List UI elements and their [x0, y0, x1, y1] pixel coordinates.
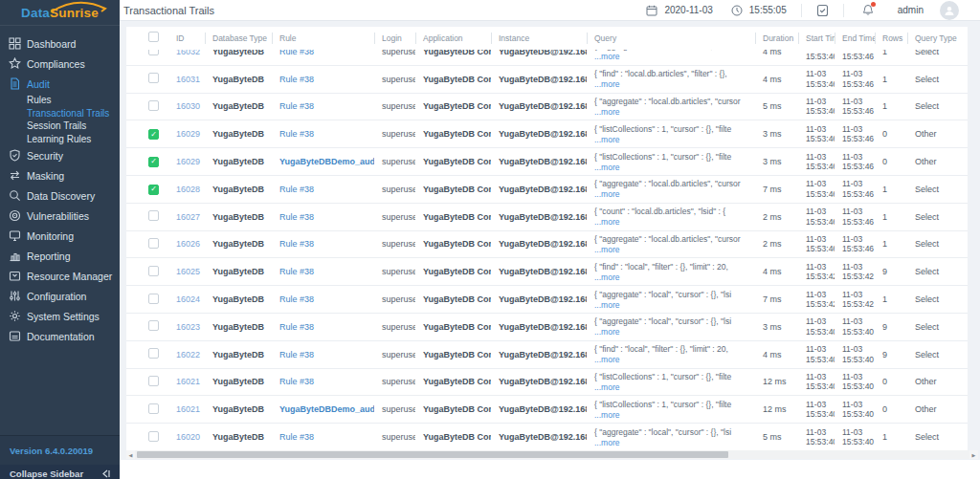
row-checkbox[interactable]: [148, 348, 159, 359]
row-checkbox[interactable]: [148, 403, 159, 414]
row-checkbox[interactable]: [148, 100, 159, 111]
col-header-database-type[interactable]: Database Type: [205, 32, 272, 45]
notifications-button[interactable]: [862, 4, 874, 16]
sidebar-item-system-settings[interactable]: System Settings: [0, 306, 120, 326]
avatar[interactable]: [940, 1, 959, 20]
row-rule-link[interactable]: Rule #38: [279, 294, 314, 304]
row-rule-link[interactable]: Rule #38: [279, 50, 314, 56]
col-header-query[interactable]: Query: [587, 32, 755, 45]
row-more-link[interactable]: ...more: [594, 245, 755, 254]
row-rule-link[interactable]: Rule #38: [279, 185, 314, 194]
sidebar-item-rules[interactable]: Rules: [0, 94, 120, 107]
row-checkbox[interactable]: ✓: [148, 157, 159, 167]
row-rule-link[interactable]: Rule #38: [279, 322, 314, 332]
sidebar-item-session-trails[interactable]: Session Trails: [0, 120, 120, 133]
row-more-link[interactable]: ...more: [594, 79, 755, 89]
row-more-link[interactable]: ...more: [594, 189, 755, 199]
row-id-link[interactable]: 16021: [176, 404, 200, 414]
sidebar-item-dashboard[interactable]: Dashboard: [0, 33, 120, 54]
sidebar-item-reporting[interactable]: Reporting: [0, 246, 120, 266]
col-header-rows[interactable]: Rows: [875, 32, 907, 45]
row-id-link[interactable]: 16030: [176, 101, 200, 111]
sidebar-item-security[interactable]: Security: [0, 145, 120, 165]
col-header-end-time[interactable]: End Time: [835, 32, 875, 45]
col-header-duration[interactable]: Duration: [755, 32, 798, 45]
row-rule-link[interactable]: Rule #38: [279, 75, 314, 84]
row-id-link[interactable]: 16023: [176, 322, 200, 332]
logo[interactable]: DataSunrise: [0, 0, 120, 26]
row-checkbox[interactable]: ✓: [148, 129, 159, 140]
row-checkbox[interactable]: [148, 376, 159, 386]
col-header-id[interactable]: ID: [168, 32, 205, 45]
calendar-icon[interactable]: [646, 5, 657, 16]
row-id-link[interactable]: 16026: [176, 239, 200, 249]
row-more-link[interactable]: ...more: [594, 355, 755, 364]
sidebar-item-masking[interactable]: Masking: [0, 165, 120, 185]
sidebar-item-monitoring[interactable]: Monitoring: [0, 226, 120, 246]
sidebar-item-transactional-trails[interactable]: Transactional Trails: [0, 107, 120, 120]
row-id-link[interactable]: 16029: [176, 157, 200, 166]
sidebar-item-learning-rules[interactable]: Learning Rules: [0, 133, 120, 146]
col-header-instance[interactable]: Instance: [491, 32, 587, 45]
row-checkbox[interactable]: [148, 294, 159, 304]
row-more-link[interactable]: ...more: [594, 272, 755, 282]
row-more-link[interactable]: ...more: [594, 52, 755, 61]
row-id-link[interactable]: 16025: [176, 267, 200, 276]
scrollbar-thumb[interactable]: [137, 451, 728, 458]
row-rule-link[interactable]: Rule #38: [279, 212, 314, 222]
row-checkbox[interactable]: [148, 431, 159, 442]
row-id-link[interactable]: 16027: [176, 212, 200, 222]
row-rule-link[interactable]: YugaByteDBDemo_audit sensitive: [279, 404, 374, 414]
row-id-link[interactable]: 16021: [176, 377, 200, 386]
user-name[interactable]: admin: [898, 5, 924, 15]
scroll-right-arrow-icon[interactable]: ▶: [969, 452, 978, 458]
row-rule-link[interactable]: Rule #38: [279, 129, 314, 139]
row-id-link[interactable]: 16024: [176, 294, 200, 304]
row-checkbox[interactable]: [148, 238, 159, 249]
col-header-query-type[interactable]: Query Type: [907, 32, 963, 45]
horizontal-scrollbar[interactable]: ◀ ▶: [126, 450, 978, 459]
row-checkbox[interactable]: ✓: [148, 185, 159, 195]
row-checkbox[interactable]: [148, 50, 159, 55]
sidebar-item-data-discovery[interactable]: Data Discovery: [0, 185, 120, 206]
col-header-application[interactable]: Application: [415, 32, 491, 45]
row-rule-link[interactable]: Rule #38: [279, 350, 314, 359]
row-id-link[interactable]: 16032: [176, 50, 200, 56]
clipboard-check-icon[interactable]: [816, 4, 829, 17]
collapse-sidebar-button[interactable]: Collapse Sidebar: [0, 465, 120, 479]
row-more-link[interactable]: ...more: [594, 438, 755, 447]
select-all-checkbox[interactable]: [148, 32, 159, 42]
sidebar-item-audit[interactable]: Audit: [0, 74, 120, 94]
row-rule-link[interactable]: Rule #38: [279, 432, 314, 442]
sidebar-item-documentation[interactable]: Documentation: [0, 326, 120, 346]
row-rule-link[interactable]: YugaByteDBDemo_audit sensitive: [279, 157, 374, 166]
row-more-link[interactable]: ...more: [594, 300, 755, 310]
row-id-link[interactable]: 16028: [176, 185, 200, 194]
row-more-link[interactable]: ...more: [594, 107, 755, 117]
row-checkbox[interactable]: [148, 210, 159, 221]
col-header-login[interactable]: Login: [374, 32, 415, 45]
row-checkbox[interactable]: [148, 320, 159, 331]
row-id-link[interactable]: 16029: [176, 129, 200, 139]
row-checkbox[interactable]: [148, 266, 159, 276]
row-rule-link[interactable]: Rule #38: [279, 101, 314, 111]
row-rule-link[interactable]: Rule #38: [279, 239, 314, 249]
row-id-link[interactable]: 16022: [176, 350, 200, 359]
scroll-left-arrow-icon[interactable]: ◀: [126, 452, 135, 458]
sidebar-item-resource-manager[interactable]: Resource Manager: [0, 266, 120, 286]
row-more-link[interactable]: ...more: [594, 163, 755, 172]
row-more-link[interactable]: ...more: [594, 135, 755, 144]
row-more-link[interactable]: ...more: [594, 327, 755, 337]
row-id-link[interactable]: 16020: [176, 432, 200, 442]
sidebar-item-vulnerabilities[interactable]: Vulnerabilities: [0, 206, 120, 226]
scrollbar-track[interactable]: [135, 450, 969, 459]
sidebar-item-compliances[interactable]: Compliances: [0, 54, 120, 74]
current-date[interactable]: 2020-11-03: [664, 5, 712, 15]
col-header-start-time[interactable]: Start Time: [798, 32, 835, 45]
row-id-link[interactable]: 16031: [176, 75, 200, 84]
col-header-rule[interactable]: Rule: [272, 32, 374, 45]
row-more-link[interactable]: ...more: [594, 382, 755, 392]
row-more-link[interactable]: ...more: [594, 410, 755, 420]
sidebar-item-configuration[interactable]: Configuration: [0, 286, 120, 306]
row-checkbox[interactable]: [148, 73, 159, 83]
